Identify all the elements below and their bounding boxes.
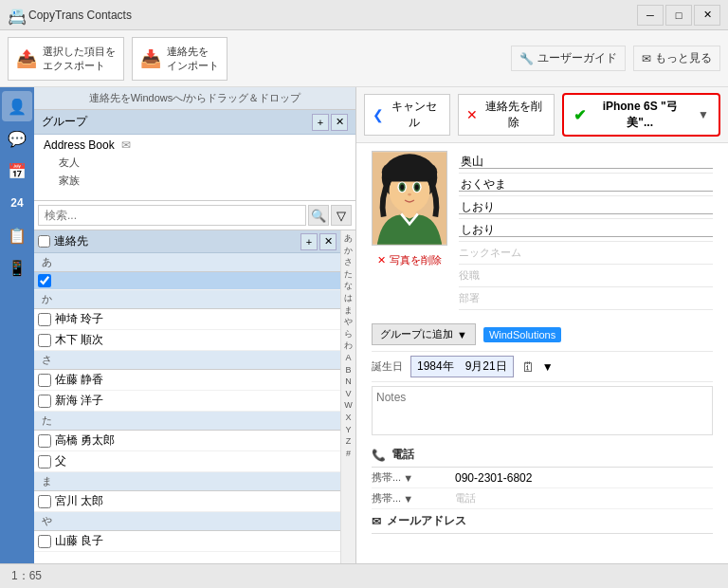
right-panel: ❮ キャンセル ✕ 連絡先を削除 ✔ iPhone 6S "弓美"... ▼ <box>356 87 728 563</box>
contacts-select-all[interactable] <box>38 235 50 248</box>
contacts-close-button[interactable]: ✕ <box>319 233 337 250</box>
title-bar: 📇 CopyTrans Contacts ─ □ ✕ <box>0 0 728 30</box>
contact-checkbox[interactable] <box>38 395 51 408</box>
table-row[interactable]: 神埼 玲子 <box>34 309 340 330</box>
alpha-V[interactable]: V <box>344 388 352 400</box>
group-tomodachi[interactable]: 友人 <box>36 154 354 172</box>
device-selector-button[interactable]: ✔ iPhone 6S "弓美"... ▼ <box>562 93 720 137</box>
cancel-button[interactable]: ❮ キャンセル <box>364 94 450 136</box>
contact-checkbox[interactable] <box>38 434 51 448</box>
export-button[interactable]: 📤 選択した項目をエクスポート <box>8 37 124 81</box>
groups-add-button[interactable]: + <box>312 114 329 131</box>
filter-button[interactable]: ▽ <box>331 205 352 226</box>
svg-point-10 <box>408 193 411 196</box>
calendar-icon[interactable]: 🗓 <box>521 359 535 375</box>
alpha-Z[interactable]: Z <box>345 435 353 448</box>
table-row[interactable]: 新海 洋子 <box>34 391 340 412</box>
maximize-button[interactable]: □ <box>665 5 692 26</box>
export-label: 選択した項目をエクスポート <box>43 45 116 72</box>
more-link[interactable]: ✉ もっと見る <box>633 46 720 71</box>
sidebar-icon-messages[interactable]: 💬 <box>2 123 32 154</box>
alpha-Y[interactable]: Y <box>344 424 352 436</box>
contacts-add-button[interactable]: + <box>300 233 318 250</box>
alpha-A[interactable]: A <box>344 352 352 364</box>
group-header-ta: た <box>34 412 340 431</box>
nickname-row: ニックネーム <box>459 242 713 265</box>
alpha-W[interactable]: W <box>343 399 354 412</box>
email-section-header: ✉ メールアドレス <box>372 509 713 534</box>
phone-placeholder-2: 電話 <box>455 491 476 505</box>
svg-rect-3 <box>382 163 438 182</box>
lastname-input[interactable] <box>459 155 713 169</box>
alpha-ka[interactable]: か <box>343 245 354 257</box>
group-add-button[interactable]: グループに追加 ▼ <box>372 323 476 345</box>
contact-checkbox[interactable] <box>38 495 51 508</box>
contact-checkbox[interactable] <box>38 455 51 469</box>
group-header-sa: さ <box>34 351 340 370</box>
firstname-kana-row <box>459 219 713 242</box>
app-icon: 📇 <box>8 8 23 23</box>
lastname-kana-input[interactable] <box>459 177 713 192</box>
phone-type-2[interactable]: 携帯... ▼ <box>372 491 447 505</box>
contact-name: 新海 洋子 <box>55 393 103 409</box>
close-button[interactable]: ✕ <box>694 5 720 26</box>
search-input[interactable] <box>38 205 306 226</box>
alpha-N[interactable]: N <box>344 376 353 388</box>
table-row[interactable]: 高橋 勇太郎 <box>34 431 340 451</box>
group-kazoku[interactable]: 家族 <box>36 172 354 190</box>
firstname-input[interactable] <box>459 200 713 214</box>
photo-delete-button[interactable]: ✕ 写真を削除 <box>377 253 442 267</box>
role-placeholder: 役職 <box>459 268 480 283</box>
contact-name: 佐藤 静香 <box>55 372 103 388</box>
alpha-ha[interactable]: は <box>343 292 354 304</box>
delete-contact-button[interactable]: ✕ 連絡先を削除 <box>458 94 555 136</box>
phone-type-label-1: 携帯... <box>372 470 401 485</box>
birthday-dropdown-icon[interactable]: ▼ <box>542 360 554 374</box>
alpha-B[interactable]: B <box>344 364 352 377</box>
alpha-wa[interactable]: わ <box>343 340 354 352</box>
group-header-ka: か <box>34 290 340 309</box>
phone-type-1[interactable]: 携帯... ▼ <box>372 470 447 485</box>
minimize-button[interactable]: ─ <box>637 5 664 26</box>
sidebar-icon-calendar[interactable]: 📅 <box>2 156 32 186</box>
phone-row-2: 携帯... ▼ 電話 <box>372 488 713 509</box>
alpha-ma[interactable]: ま <box>343 304 354 317</box>
table-row[interactable]: 父 <box>34 451 340 472</box>
contact-checkbox[interactable] <box>38 274 51 287</box>
table-row[interactable]: 宮川 太郎 <box>34 491 340 512</box>
table-row[interactable]: 木下 順次 <box>34 330 340 351</box>
import-button[interactable]: 📥 連絡先をインポート <box>132 37 228 81</box>
notes-textarea[interactable] <box>372 386 713 435</box>
alpha-ra[interactable]: ら <box>343 328 354 340</box>
userguide-link[interactable]: 🔧 ユーザーガイド <box>511 46 626 71</box>
contact-name: 父 <box>55 453 66 469</box>
delete-label: 連絡先を削除 <box>482 99 546 131</box>
group-header-a: あ <box>34 253 340 272</box>
address-book-item[interactable]: Address Book ✉ <box>36 137 354 154</box>
alpha-ya[interactable]: や <box>343 316 354 328</box>
window-controls: ─ □ ✕ <box>637 5 720 26</box>
contact-checkbox[interactable] <box>38 535 51 548</box>
search-button[interactable]: 🔍 <box>308 205 329 226</box>
table-row[interactable]: 山藤 良子 <box>34 531 340 552</box>
sidebar-icon-24[interactable]: 24 <box>2 188 32 218</box>
contact-checkbox[interactable] <box>38 313 51 326</box>
sidebar-icon-device[interactable]: 📱 <box>2 252 32 283</box>
search-bar: 🔍 ▽ <box>34 201 355 230</box>
contact-name: 宮川 太郎 <box>55 493 103 509</box>
alpha-hash[interactable]: # <box>345 448 352 460</box>
role-row: 役職 <box>459 265 713 287</box>
contact-checkbox[interactable] <box>38 334 51 347</box>
table-row[interactable]: 佐藤 静香 <box>34 370 340 391</box>
alpha-X[interactable]: X <box>344 412 352 424</box>
contact-checkbox[interactable] <box>38 374 51 387</box>
alpha-ta[interactable]: た <box>343 268 354 281</box>
sidebar-icon-notes[interactable]: 📋 <box>2 220 32 250</box>
firstname-kana-input[interactable] <box>459 223 713 237</box>
alpha-a[interactable]: あ <box>343 232 354 245</box>
alpha-sa[interactable]: さ <box>343 256 354 268</box>
groups-close-button[interactable]: ✕ <box>331 114 348 131</box>
sidebar-icon-contacts[interactable]: 👤 <box>2 91 32 121</box>
table-row[interactable] <box>34 272 340 290</box>
alpha-na[interactable]: な <box>343 280 354 292</box>
